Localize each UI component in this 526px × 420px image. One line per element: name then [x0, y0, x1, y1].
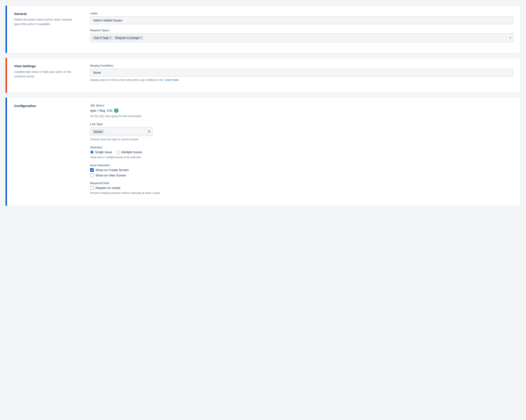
link-type-help: Choose issue link type to connect issues — [90, 137, 513, 141]
selection-help: Allow one or multiple issues to be selec… — [90, 155, 513, 159]
remove-link-type[interactable]: ✕ — [148, 130, 151, 133]
general-left: General Define the button label and for … — [14, 12, 77, 47]
radio-single-issue-input[interactable] — [90, 150, 94, 154]
tag-request-change: Request a change × — [114, 36, 143, 40]
issue-selection-field-group: Issue Selection: Show on Create Screen S… — [90, 164, 513, 177]
jql-query-field-group: JQL Query: type = Bug Edit ✓ Set the JQL… — [90, 104, 513, 118]
general-section: General Define the button label and for … — [5, 5, 521, 53]
link-type-label: Link Type: — [90, 123, 513, 126]
required-field-label: Required Field: — [90, 182, 513, 185]
checkbox-show-view-screen[interactable]: Show on View Screen — [90, 174, 513, 177]
display-condition-input[interactable] — [90, 68, 513, 77]
request-types-chevron-icon: ▾ — [510, 36, 511, 39]
general-right: Label: Request Types: Get IT help × Requ… — [90, 12, 513, 47]
checkbox-require-on-create[interactable]: Require on create — [90, 186, 513, 190]
display-condition-field-group: Display Condition: Display action on vie… — [90, 64, 513, 82]
request-types-select[interactable]: Get IT help × Request a change × ▾ — [90, 33, 513, 42]
general-description: Define the button label and for which re… — [14, 17, 77, 26]
jql-edit-link[interactable]: Edit — [107, 109, 112, 112]
configuration-section: Configuration JQL Query: type = Bug Edit… — [5, 98, 521, 206]
selection-label: Selection: — [90, 146, 513, 149]
issue-selection-checkboxes: Show on Create Screen Show on View Scree… — [90, 168, 513, 177]
link-type-select[interactable]: blocks ✕ — [90, 127, 153, 136]
radio-multiple-issues-label: Multiple Issues — [121, 150, 142, 154]
configuration-title: Configuration — [14, 104, 77, 108]
issue-selection-label: Issue Selection: — [90, 164, 513, 167]
radio-single-issue[interactable]: Single Issue — [90, 150, 112, 154]
request-types-label: Request Types: — [90, 29, 513, 32]
display-condition-label: Display Condition: — [90, 64, 513, 67]
checkbox-show-create-screen-label: Show on Create Screen — [95, 168, 129, 172]
remove-get-it-help[interactable]: × — [109, 36, 111, 39]
checkbox-show-view-screen-input[interactable] — [90, 174, 94, 177]
checkbox-require-on-create-input[interactable] — [90, 186, 94, 190]
label-field-group: Label: — [90, 12, 513, 24]
jql-help-text: Set the JQL base query for the issue pic… — [90, 114, 513, 118]
selection-field-group: Selection: Single Issue Multiple Issues … — [90, 146, 513, 159]
checkbox-show-create-screen-input[interactable] — [90, 168, 94, 172]
label-field-label: Label: — [90, 12, 513, 15]
request-types-field-group: Request Types: Get IT help × Request a c… — [90, 29, 513, 42]
required-field-checkboxes: Require on create — [90, 186, 513, 190]
view-settings-title: View Settings — [14, 64, 77, 68]
label-input[interactable] — [90, 16, 513, 24]
configuration-left: Configuration — [14, 104, 77, 199]
remove-request-change[interactable]: × — [140, 36, 142, 39]
radio-multiple-issues[interactable]: Multiple Issues — [117, 150, 142, 154]
view-settings-left: View Settings Conditionally show or hide… — [14, 64, 77, 87]
required-field-help: Prevent creating requests without select… — [90, 191, 513, 195]
selection-radio-group: Single Issue Multiple Issues — [90, 150, 513, 154]
checkbox-show-view-screen-label: Show on View Screen — [95, 174, 126, 177]
view-settings-right: Display Condition: Display action on vie… — [90, 64, 513, 87]
jql-query-row: type = Bug Edit ✓ — [90, 108, 513, 113]
display-condition-help: Display action on view screen only when … — [90, 78, 513, 82]
link-type-field-group: Link Type: blocks ✕ Choose issue link ty… — [90, 123, 513, 141]
view-settings-description: Conditionally show or hide your action i… — [14, 70, 77, 78]
jql-query-value: type = Bug — [90, 109, 105, 112]
jql-query-label: JQL Query: — [90, 104, 513, 107]
required-field-group: Required Field: Require on create Preven… — [90, 182, 513, 195]
jql-valid-icon: ✓ — [114, 108, 119, 113]
learn-more-link[interactable]: Learn more. — [165, 78, 179, 82]
configuration-right: JQL Query: type = Bug Edit ✓ Set the JQL… — [90, 104, 513, 199]
radio-multiple-issues-input[interactable] — [117, 150, 120, 154]
checkbox-require-on-create-label: Require on create — [95, 186, 120, 190]
link-type-tag: blocks — [92, 129, 104, 134]
checkbox-show-create-screen[interactable]: Show on Create Screen — [90, 168, 513, 172]
view-settings-section: View Settings Conditionally show or hide… — [5, 58, 521, 93]
radio-single-issue-label: Single Issue — [95, 150, 112, 154]
tag-get-it-help: Get IT help × — [92, 36, 113, 40]
general-title: General — [14, 12, 77, 16]
